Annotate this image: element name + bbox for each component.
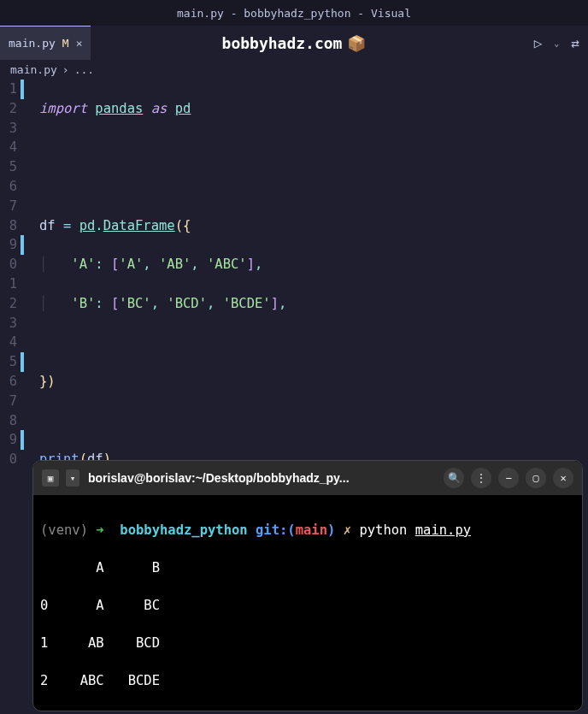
file-tab[interactable]: main.py M ×	[0, 26, 91, 60]
terminal-title: borislav@borislav:~/Desktop/bobbyhadz_py…	[88, 471, 435, 485]
breadcrumb[interactable]: main.py › ...	[0, 60, 588, 80]
terminal-dropdown-icon[interactable]: ▾	[66, 469, 79, 487]
close-icon[interactable]: ✕	[553, 468, 573, 488]
terminal-titlebar[interactable]: ▣ ▾ borislav@borislav:~/Desktop/bobbyhad…	[33, 461, 582, 495]
site-label: bobbyhadz.com 📦	[222, 34, 367, 52]
tab-filename: main.py	[9, 37, 56, 50]
terminal-new-tab-icon[interactable]: ▣	[42, 469, 59, 487]
breadcrumb-more: ...	[74, 63, 94, 76]
window-title: main.py - bobbyhadz_python - Visual	[177, 7, 411, 20]
chevron-down-icon[interactable]: ⌄	[554, 38, 559, 48]
menu-icon[interactable]: ⋮	[471, 468, 491, 488]
compare-icon[interactable]: ⇄	[571, 35, 579, 51]
terminal-output: ----------------------------------------…	[40, 709, 575, 711]
terminal-output: 0 A BC	[40, 596, 575, 615]
terminal-body[interactable]: (venv) ➜ bobbyhadz_python git:(main) ✗ p…	[33, 495, 582, 711]
modified-indicator: M	[62, 37, 69, 50]
terminal-output: 2 ABC BCDE	[40, 671, 575, 690]
run-icon[interactable]: ▷	[534, 35, 543, 51]
window-titlebar: main.py - bobbyhadz_python - Visual	[0, 0, 588, 26]
editor-actions: ▷ ⌄ ⇄	[534, 35, 579, 51]
maximize-icon[interactable]: ▢	[526, 468, 546, 488]
editor-topbar: main.py M × bobbyhadz.com 📦 ▷ ⌄ ⇄	[0, 26, 588, 60]
breadcrumb-sep: ›	[62, 63, 69, 76]
close-icon[interactable]: ×	[76, 37, 83, 50]
terminal-prompt-line: (venv) ➜ bobbyhadz_python git:(main) ✗ p…	[40, 521, 575, 540]
site-text: bobbyhadz.com	[222, 34, 343, 52]
terminal-output: 1 AB BCD	[40, 634, 575, 652]
terminal-window: ▣ ▾ borislav@borislav:~/Desktop/bobbyhad…	[32, 460, 583, 711]
line-gutter: 12345678901234567890	[0, 80, 21, 714]
terminal-output: A B	[40, 558, 575, 577]
breadcrumb-file: main.py	[10, 63, 57, 76]
box-icon: 📦	[347, 34, 366, 52]
search-icon[interactable]: 🔍	[444, 468, 464, 488]
minimize-icon[interactable]: −	[498, 468, 519, 488]
